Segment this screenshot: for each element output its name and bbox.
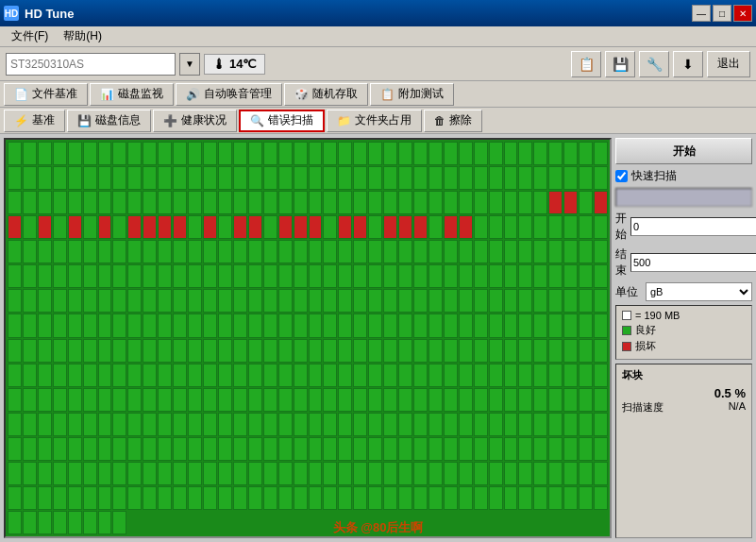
grid-cell (474, 264, 488, 288)
grid-cell (294, 388, 308, 412)
tab-basemark[interactable]: ⚡ 基准 (4, 110, 65, 132)
grid-cell (413, 264, 428, 288)
grid-cell (218, 215, 232, 239)
tab-erase[interactable]: 🗑 擦除 (424, 110, 482, 132)
scan-area (4, 138, 612, 538)
grid-cell (8, 191, 22, 214)
legend-bad-color (622, 342, 631, 351)
tab-aaa[interactable]: 🔊 自动唤音管理 (176, 83, 282, 106)
grid-cell (579, 486, 593, 510)
grid-cell (518, 364, 532, 387)
end-range-label: 结束 (615, 246, 627, 279)
drive-select[interactable] (6, 53, 176, 76)
grid-cell (143, 313, 157, 337)
grid-cell (127, 339, 142, 363)
grid-cell (8, 289, 22, 313)
tab-folder[interactable]: 📁 文件夹占用 (327, 110, 422, 132)
maximize-button[interactable]: □ (713, 5, 731, 22)
grid-cell (23, 437, 37, 461)
grid-cell (23, 462, 37, 485)
random-icon: 🎲 (294, 88, 309, 101)
tab-diskinfo[interactable]: 💾 磁盘信息 (67, 110, 151, 132)
grid-cell (143, 462, 157, 485)
grid-cell (68, 462, 82, 485)
folder-icon: 📁 (337, 114, 351, 127)
aaa-icon: 🔊 (186, 88, 200, 101)
grid-cell (83, 289, 97, 313)
grid-cell (294, 289, 308, 313)
grid-cell (353, 437, 367, 461)
grid-cell (233, 215, 247, 239)
window-controls: — □ ✕ (692, 5, 752, 22)
close-button[interactable]: ✕ (733, 5, 752, 22)
bad-block-value: 0.5 % (622, 386, 746, 400)
menu-help[interactable]: 帮助(H) (56, 26, 109, 46)
grid-cell (353, 289, 367, 313)
grid-cell (338, 486, 352, 510)
grid-cell (188, 166, 202, 190)
toolbar-save-button[interactable]: 💾 (605, 51, 635, 77)
drive-dropdown-button[interactable]: ▼ (179, 53, 200, 76)
end-range-input[interactable] (630, 253, 756, 272)
grid-cell (53, 486, 67, 510)
grid-cell (579, 240, 593, 263)
tab-health[interactable]: ➕ 健康状况 (153, 110, 237, 132)
grid-cell (294, 166, 308, 190)
grid-cell (248, 413, 262, 436)
tab-diskmon[interactable]: 📊 磁盘监视 (90, 83, 174, 106)
grid-cell (68, 289, 82, 313)
grid-cell (459, 289, 473, 313)
tab-extra[interactable]: 📋 附加测试 (370, 83, 454, 106)
grid-cell (309, 264, 323, 288)
grid-cell (398, 142, 412, 165)
grid-cell (594, 413, 608, 436)
tab-folder-label: 文件夹占用 (355, 112, 412, 128)
grid-cell (563, 166, 578, 190)
tab-random[interactable]: 🎲 随机存取 (284, 83, 368, 106)
main-content: 开始 快速扫描 开始 ▲ ▼ 结束 ▲ ▼ 单位 gB (0, 134, 756, 542)
grid-cell (309, 413, 323, 436)
toolbar-settings-button[interactable]: 🔧 (639, 51, 669, 77)
start-range-input[interactable] (630, 217, 756, 236)
grid-cell (248, 264, 262, 288)
grid-cell (398, 339, 412, 363)
toolbar-download-button[interactable]: ⬇ (673, 51, 703, 77)
grid-cell (98, 388, 112, 412)
grid-cell (53, 240, 67, 263)
toolbar: ▼ 🌡 14℃ 📋 💾 🔧 ⬇ 退出 (0, 47, 756, 81)
grid-cell (158, 339, 172, 363)
grid-cell (23, 486, 37, 510)
exit-button[interactable]: 退出 (707, 51, 750, 77)
menu-file[interactable]: 文件(F) (4, 26, 56, 46)
erase-icon: 🗑 (434, 114, 445, 127)
grid-cell (489, 215, 503, 239)
grid-cell (428, 313, 443, 337)
toolbar-copy-button[interactable]: 📋 (571, 51, 601, 77)
grid-cell (68, 166, 82, 190)
tab-errorscan[interactable]: 🔍 错误扫描 (239, 110, 325, 132)
grid-cell (398, 240, 412, 263)
grid-cell (474, 364, 488, 387)
grid-cell (563, 462, 578, 485)
start-button[interactable]: 开始 (615, 138, 752, 164)
grid-cell (579, 264, 593, 288)
grid-cell (98, 364, 112, 387)
fast-scan-label: 快速扫描 (631, 168, 677, 184)
minimize-button[interactable]: — (692, 5, 711, 22)
grid-cell (83, 339, 97, 363)
grid-cell (38, 462, 52, 485)
fast-scan-checkbox[interactable] (615, 170, 628, 182)
tab-benchmark[interactable]: 📄 文件基准 (4, 83, 88, 106)
grid-cell (112, 264, 126, 288)
grid-cell (459, 142, 473, 165)
grid-cell (489, 240, 503, 263)
grid-cell (309, 142, 323, 165)
grid-cell (383, 264, 397, 288)
grid-cell (38, 240, 52, 263)
grid-cell (413, 240, 428, 263)
grid-cell (518, 388, 532, 412)
unit-select[interactable]: gB MB (646, 282, 752, 301)
grid-cell (474, 191, 488, 214)
grid-cell (518, 191, 532, 214)
grid-cell (444, 289, 458, 313)
